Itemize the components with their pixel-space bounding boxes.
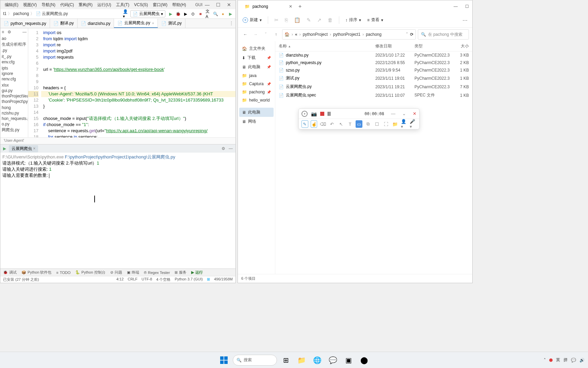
pin-icon[interactable]: 📌 bbox=[267, 65, 271, 69]
nav-item[interactable]: 📁java bbox=[239, 72, 274, 80]
up-button[interactable]: ↑ bbox=[272, 32, 280, 37]
sidebar-item[interactable]: env.cfg bbox=[0, 59, 28, 65]
run-button[interactable]: ▶ bbox=[168, 12, 173, 16]
touch-tool[interactable]: ☝ bbox=[311, 120, 317, 128]
tool-problems[interactable]: ⊘ 问题 bbox=[110, 270, 122, 275]
sidebar-menu-icon[interactable]: ≡ bbox=[2, 30, 4, 34]
delete-icon[interactable]: 🗑 bbox=[328, 17, 333, 23]
forward-button[interactable]: → bbox=[251, 32, 260, 37]
wechat-icon[interactable]: 💬 bbox=[326, 353, 340, 367]
system-tray[interactable]: ˄ 英 拼 💬 🔊 bbox=[544, 357, 585, 363]
webcam-tool[interactable]: 👤▾ bbox=[401, 120, 408, 128]
profile-button[interactable]: ⊙ bbox=[191, 12, 195, 16]
nav-pane[interactable]: 🏠主文件夹⬇下载📌🖥此电脑📌📁java📁Captura📌📁pachong📌📁he… bbox=[238, 41, 275, 274]
sidebar-item[interactable]: xlsx bbox=[0, 82, 28, 88]
stop-record-button[interactable] bbox=[320, 112, 324, 116]
debug-button[interactable]: 🐞 bbox=[176, 12, 180, 16]
new-tab-button[interactable]: + bbox=[298, 3, 301, 10]
menu-help[interactable]: 帮助(H) bbox=[170, 2, 189, 8]
tabs-more-icon[interactable]: ⋮ bbox=[227, 19, 235, 28]
run-config-selector[interactable]: 云展网爬虫 ▾ bbox=[130, 10, 165, 17]
settings-icon[interactable]: ⚙ bbox=[222, 146, 225, 151]
view-button[interactable]: ≡ 查看 ▾ bbox=[367, 17, 383, 23]
minimize-button[interactable]: — bbox=[454, 4, 458, 9]
crumb-folder[interactable]: pachong bbox=[13, 11, 29, 16]
minimize-button[interactable]: — bbox=[205, 2, 210, 7]
menu-navigate[interactable]: 导航(N) bbox=[39, 2, 58, 8]
screenshot-icon[interactable]: 📷 bbox=[311, 111, 317, 117]
nav-item[interactable]: 📁Captura📌 bbox=[239, 80, 274, 88]
sort-button[interactable]: ↕ 排序 ▾ bbox=[345, 17, 361, 23]
maximize-button[interactable]: ☐ bbox=[216, 2, 220, 7]
captura-icon[interactable]: ⬤ bbox=[357, 353, 371, 367]
user-icon[interactable]: 👤▾ bbox=[123, 12, 128, 16]
nav-item[interactable]: 🏠主文件夹 bbox=[239, 44, 274, 53]
code-editor[interactable]: 1234567891011121314151617181920 import o… bbox=[28, 28, 235, 137]
interpreter[interactable]: Python 3.7 (GUI) bbox=[175, 277, 203, 282]
rec-close-icon[interactable]: ✕ bbox=[413, 111, 416, 116]
tool-run[interactable]: ▶ 运行 bbox=[191, 270, 203, 275]
search-icon[interactable]: 🔍 bbox=[213, 12, 218, 16]
column-headers[interactable]: 名称 ▲ 修改日期 类型 大小 bbox=[275, 41, 472, 51]
tool-services[interactable]: ⊞ 服务 bbox=[175, 270, 186, 275]
tool-packages[interactable]: 📦 Python 软件包 bbox=[21, 270, 51, 275]
volume-icon[interactable]: 🔊 bbox=[579, 358, 585, 363]
encoding[interactable]: UTF-8 bbox=[142, 277, 152, 282]
more-icon[interactable]: ⋯ bbox=[462, 17, 468, 23]
line-ending[interactable]: CRLF bbox=[128, 277, 137, 282]
pin-icon[interactable]: 📌 bbox=[267, 82, 271, 86]
col-name[interactable]: 名称 ▲ bbox=[279, 43, 375, 49]
stop-button[interactable]: ■ bbox=[198, 12, 203, 16]
editor-tab-0[interactable]: python_requests.py bbox=[0, 19, 50, 28]
sidebar-item[interactable]: thonProject\lear bbox=[0, 93, 28, 99]
crumb-project[interactable]: t1 bbox=[3, 11, 6, 16]
cut-icon[interactable]: ✂ bbox=[274, 17, 279, 23]
fullscreen-tool[interactable]: ⛶ bbox=[383, 120, 390, 128]
col-date[interactable]: 修改日期 bbox=[375, 43, 414, 49]
maximize-button[interactable]: ☐ bbox=[465, 4, 469, 9]
memory-indicator[interactable]: 496/1958M bbox=[214, 277, 233, 282]
console-output[interactable]: F:\GUI\venv\Scripts\python.exe F:\python… bbox=[0, 153, 235, 269]
undo-tool[interactable]: ↶ bbox=[329, 120, 336, 128]
pen-tool[interactable]: ✎ bbox=[301, 120, 308, 128]
menu-run[interactable]: 运行(U) bbox=[95, 2, 114, 8]
sidebar-item[interactable]: ao bbox=[0, 36, 28, 41]
ime-mode[interactable]: 拼 bbox=[564, 357, 568, 363]
close-icon[interactable]: × bbox=[152, 21, 154, 25]
pycharm-icon[interactable]: ▣ bbox=[342, 353, 355, 367]
file-row[interactable]: 📄云展网爬虫.py2023/1/11 19:21PyCharmCE2022.37… bbox=[275, 82, 472, 91]
copy-icon[interactable]: ⎘ bbox=[285, 17, 288, 23]
close-icon[interactable]: × bbox=[33, 146, 35, 151]
rect-tool[interactable]: ☐ bbox=[374, 120, 380, 128]
file-row[interactable]: 📄dianzishu.py2023/1/10 17:22PyCharmCE202… bbox=[275, 51, 472, 59]
pin-icon[interactable]: 📌 bbox=[267, 56, 271, 60]
path-seg-1[interactable]: pythonProject1 bbox=[333, 32, 360, 37]
pin-icon[interactable]: 📌 bbox=[267, 90, 271, 94]
mic-tool[interactable]: 🎤▾ bbox=[410, 120, 416, 128]
nav-item[interactable]: 📁hello_world bbox=[239, 96, 274, 104]
editor-tab-3[interactable]: 云展网爬虫.py× bbox=[114, 19, 158, 28]
explorer-tab[interactable]: 📁 pachong ✕ bbox=[241, 3, 296, 10]
folder-tool[interactable]: 📁 bbox=[392, 120, 398, 128]
crumb-file[interactable]: 云展网爬虫.py bbox=[42, 11, 68, 16]
rerun-icon[interactable]: ▶ bbox=[3, 146, 6, 151]
paste-icon[interactable]: 📋 bbox=[294, 17, 300, 23]
tab-close-icon[interactable]: ✕ bbox=[289, 4, 292, 9]
sidebar-item[interactable]: renv.cfg bbox=[0, 76, 28, 82]
start-button[interactable] bbox=[217, 353, 231, 367]
record-indicator-icon[interactable]: ▾ bbox=[301, 111, 308, 117]
menu-edit[interactable]: 编辑(E) bbox=[2, 2, 21, 8]
nav-item[interactable]: 📁pachong📌 bbox=[239, 88, 274, 96]
col-type[interactable]: 类型 bbox=[414, 43, 452, 49]
file-row[interactable]: 📄测试.py2023/1/11 19:01PyCharmCE2022.31 KB bbox=[275, 74, 472, 82]
play-icon[interactable]: ▶ bbox=[228, 12, 233, 16]
highlight-tool[interactable]: ▭ bbox=[356, 120, 362, 128]
sidebar-item[interactable]: gui.py bbox=[0, 88, 28, 93]
sidebar-item[interactable]: it_.py bbox=[0, 54, 28, 59]
file-row[interactable]: 📄szso.py2023/1/9 9:54PyCharmCE2022.31 KB bbox=[275, 66, 472, 74]
caret-pos[interactable]: 4:12 bbox=[116, 277, 124, 282]
new-button[interactable]: + 新建 ▾ bbox=[243, 17, 262, 23]
sidebar-collapse-icon[interactable]: — bbox=[22, 30, 27, 34]
translate-icon[interactable]: 文A bbox=[206, 12, 210, 16]
screen-recorder[interactable]: ▾ 📷 00:00:08 — ⌄ ✕ ✎ ☝ ⌫ ↶ ↖ T ▭ ⧉ ☐ ⛶ 📁… bbox=[298, 108, 420, 129]
